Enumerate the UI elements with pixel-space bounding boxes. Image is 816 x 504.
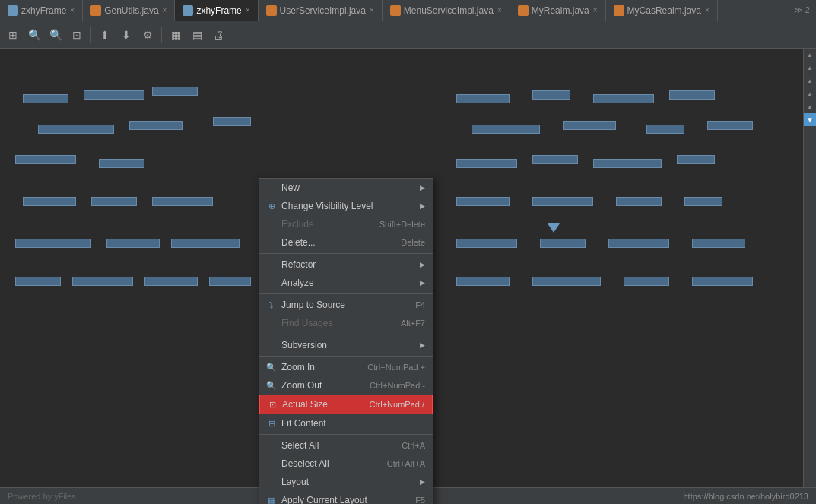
toolbar-btn-layout[interactable]: ▦	[166, 25, 186, 45]
menu-item-analyze-label: Analyze	[281, 277, 314, 288]
menu-item-find-label: Find Usages	[281, 318, 332, 328]
node-42	[692, 277, 753, 286]
tab-close-genutils[interactable]: ×	[163, 6, 167, 14]
exclude-shortcut: Shift+Delete	[379, 220, 425, 229]
scroll-arrow-up2[interactable]: ▲	[804, 62, 817, 74]
toolbar-btn-export[interactable]: ⬆	[95, 25, 115, 45]
menu-item-apply-layout-left: ▦ Apply Current Layout	[265, 494, 367, 504]
node-9	[456, 94, 510, 103]
node-22	[91, 197, 137, 206]
node-13	[472, 125, 540, 134]
scroll-highlight[interactable]: ▼	[804, 113, 817, 126]
menu-item-refactor-label: Refactor	[281, 259, 316, 270]
apply-layout-icon: ▦	[265, 494, 278, 504]
refactor-arrow: ▶	[420, 261, 425, 268]
toolbar-btn-settings[interactable]: ⚙	[138, 25, 157, 45]
tab-close-zxhy1[interactable]: ×	[70, 6, 75, 14]
separator-3	[259, 334, 433, 334]
menu-item-zoom-out-left: 🔍 Zoom Out	[265, 379, 322, 391]
menu-item-select-all[interactable]: Select All Ctrl+A	[259, 436, 433, 455]
node-29	[106, 239, 160, 248]
tab-zxhy2[interactable]: zxhyFrame ×	[175, 0, 258, 21]
tab-zxhy1[interactable]: zxhyFrame ×	[0, 0, 83, 21]
exclude-icon	[265, 218, 278, 230]
tab-icon-java4	[518, 5, 529, 16]
menu-item-layout-left: Layout	[265, 476, 309, 488]
layout-arrow: ▶	[420, 478, 425, 486]
scroll-arrow-up4[interactable]: ▲	[804, 87, 817, 100]
title-bar: zxhyFrame × GenUtils.java × zxhyFrame × …	[0, 0, 816, 21]
tab-icon-m	[8, 5, 18, 16]
menu-item-visibility[interactable]: ⊕ Change Visibility Level ▶	[259, 197, 433, 215]
node-20	[677, 155, 715, 164]
node-35	[15, 277, 61, 286]
toolbar-btn-fit[interactable]: ⊡	[67, 25, 87, 45]
tab-mycasrealm[interactable]: MyCasRealm.java ×	[606, 0, 718, 21]
arrow-element	[548, 223, 560, 233]
menu-item-exclude: Exclude Shift+Delete	[259, 215, 433, 233]
menu-item-jump[interactable]: ⤵ Jump to Source F4	[259, 296, 433, 314]
menu-item-apply-layout-label: Apply Current Layout	[281, 495, 367, 504]
tab-genutils[interactable]: GenUtils.java ×	[83, 0, 175, 21]
scroll-arrow-up[interactable]: ▲	[804, 49, 817, 62]
menu-item-analyze[interactable]: Analyze ▶	[259, 274, 433, 292]
menu-item-deselect-all[interactable]: Deselect All Ctrl+Alt+A	[259, 455, 433, 473]
tab-label-genutils: GenUtils.java	[104, 5, 158, 16]
node-15	[646, 125, 684, 134]
toolbar-btn-print[interactable]: 🖨	[208, 25, 228, 45]
menu-item-layout[interactable]: Layout ▶	[259, 473, 433, 491]
toolbar-btn-zoom-in[interactable]: 🔍	[24, 25, 44, 45]
node-6	[213, 117, 251, 126]
menu-item-zoom-out[interactable]: 🔍 Zoom Out Ctrl+NumPad -	[259, 376, 433, 395]
tab-close-userservice[interactable]: ×	[370, 6, 374, 14]
layout-icon	[265, 476, 278, 488]
node-25	[532, 197, 593, 206]
scroll-arrow-up3[interactable]: ▲	[804, 74, 817, 87]
node-18	[532, 155, 578, 164]
tab-label-userservice: UserServiceImpl.java	[280, 5, 366, 16]
tab-myrealm[interactable]: MyRealm.java ×	[510, 0, 606, 21]
menu-item-new-label: New	[281, 182, 300, 193]
toolbar-btn-layers[interactable]: ⊞	[3, 25, 23, 45]
node-19	[593, 159, 662, 168]
tab-close-zxhy2[interactable]: ×	[246, 6, 250, 14]
jump-shortcut: F4	[415, 300, 425, 309]
node-40	[532, 277, 601, 286]
menu-item-apply-layout[interactable]: ▦ Apply Current Layout F5	[259, 491, 433, 504]
menu-item-new[interactable]: New ▶	[259, 179, 433, 197]
tab-icon-java5	[614, 5, 624, 16]
scroll-arrow-up5[interactable]: ▲	[804, 100, 817, 113]
menu-item-delete-left: Delete...	[265, 236, 316, 249]
menu-item-fit-content[interactable]: ⊟ Fit Content	[259, 414, 433, 433]
tab-userservice[interactable]: UserServiceImpl.java ×	[259, 0, 383, 21]
menu-item-actual-size[interactable]: ⊡ Actual Size Ctrl+NumPad /	[259, 395, 433, 414]
tab-close-mycasrealm[interactable]: ×	[705, 6, 710, 14]
tab-close-menuservice[interactable]: ×	[497, 6, 502, 14]
toolbar-btn-zoom-out[interactable]: 🔍	[46, 25, 65, 45]
toolbar-btn-import[interactable]: ⬇	[116, 25, 136, 45]
node-28	[15, 239, 91, 248]
visibility-arrow: ▶	[420, 202, 425, 210]
subversion-arrow: ▶	[420, 341, 425, 349]
node-32	[540, 239, 586, 248]
node-4	[38, 125, 114, 134]
canvas-area[interactable]: ▲ ▲ ▲ ▲ ▲ ▼ New ▶ ⊕ Change Visibility Le…	[0, 49, 816, 504]
menu-item-select-all-label: Select All	[281, 440, 319, 451]
menu-item-subversion[interactable]: Subversion ▶	[259, 336, 433, 354]
tab-label-zxhy2: zxhyFrame	[196, 5, 241, 16]
node-26	[616, 197, 662, 206]
tab-menuservice[interactable]: MenuServiceImpl.java ×	[383, 0, 510, 21]
menu-item-exclude-left: Exclude	[265, 218, 314, 230]
find-shortcut: Alt+F7	[401, 319, 425, 328]
analyze-arrow: ▶	[420, 279, 425, 287]
menu-item-refactor[interactable]: Refactor ▶	[259, 255, 433, 274]
toolbar-btn-grid[interactable]: ▤	[187, 25, 207, 45]
tab-close-myrealm[interactable]: ×	[593, 6, 598, 14]
menu-item-zoom-in[interactable]: 🔍 Zoom In Ctrl+NumPad +	[259, 358, 433, 376]
tab-icon-frame	[183, 5, 193, 16]
menu-item-delete[interactable]: Delete... Delete	[259, 233, 433, 252]
new-arrow: ▶	[420, 184, 425, 192]
node-33	[608, 239, 669, 248]
menu-item-fit-left: ⊟ Fit Content	[265, 417, 326, 430]
menu-item-actual-size-label: Actual Size	[282, 399, 328, 410]
